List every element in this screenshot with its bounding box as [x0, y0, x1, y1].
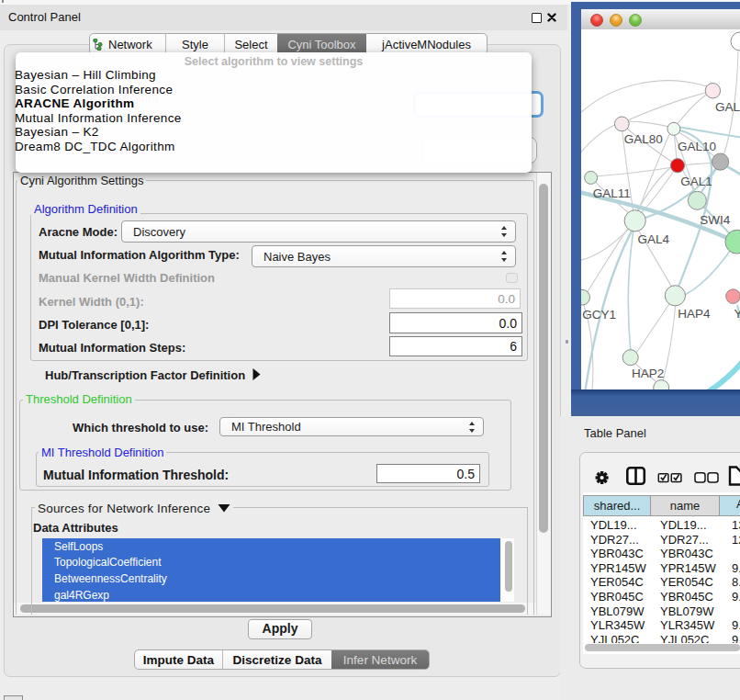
svg-text:GAL4: GAL4	[638, 232, 670, 246]
svg-text:HAP2: HAP2	[632, 367, 664, 380]
svg-text:SWI4: SWI4	[700, 213, 730, 227]
svg-text:GAL80: GAL80	[624, 132, 663, 146]
svg-text:HAP4: HAP4	[678, 307, 711, 321]
svg-text:GAL11: GAL11	[593, 186, 631, 200]
svg-text:GAL10: GAL10	[678, 140, 716, 153]
svg-text:GAL: GAL	[715, 100, 740, 114]
svg-text:GCY1: GCY1	[582, 308, 616, 322]
svg-text:Y: Y	[734, 307, 740, 321]
svg-text:GAL1: GAL1	[680, 175, 712, 188]
